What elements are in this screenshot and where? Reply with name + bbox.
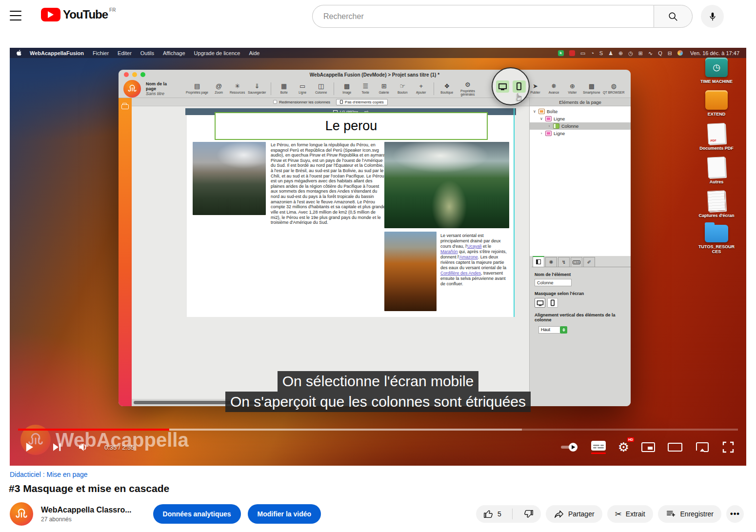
menu-affichage[interactable]: Affichage [163,50,185,56]
toolbar-shop-button[interactable]: ❖Boutique [439,83,455,94]
dropdown-stepper-icon[interactable] [560,326,567,334]
desktop-icon-captures[interactable]: Captures d'écran [696,191,737,218]
category-link[interactable]: Didacticiel : Mise en page [10,471,88,478]
clip-button[interactable]: ✂ Extrait [607,505,653,523]
dislike-button[interactable] [517,505,541,523]
link-ucayali[interactable]: Ucayali [467,244,482,249]
toolbar-text-button[interactable]: ☰Texte [358,83,373,94]
apple-icon[interactable] [17,50,22,56]
save-button[interactable]: Enregistrer [658,505,721,523]
desktop-icon-autres[interactable]: Autres [696,157,737,184]
toolbar-column-button[interactable]: ◫Colonne [313,83,329,94]
toolbar-advanced-button[interactable]: ✵Avance [546,83,562,94]
status-icon-2[interactable]: ◔ [591,50,594,56]
spotlight-icon[interactable]: Q [658,50,662,56]
youtube-logo[interactable]: YouTube FR [41,8,114,21]
progress-bar[interactable] [18,429,738,431]
desktop-icon-extend[interactable]: EXTEND [696,90,737,117]
play-button[interactable] [21,439,37,455]
desktop-icon-documents-pdf[interactable]: PDFDocuments PDF [696,123,737,151]
toolbar-resources-button[interactable]: ✳Resources [230,83,245,94]
vertical-align-dropdown[interactable]: Haut [538,326,567,334]
tab-measure[interactable]: ✐ [583,257,595,267]
time-machine-status-icon[interactable]: ◷ [628,50,633,56]
settings-button[interactable]: ⚙HD [618,441,629,453]
recording-status-icon[interactable] [569,50,575,56]
analytics-button[interactable]: Données analytiques [153,504,241,524]
cast-button[interactable] [695,441,710,453]
numbers-app-icon[interactable]: k [558,50,564,56]
element-name-input[interactable]: Colonne [535,279,572,286]
peru-paragraph[interactable]: Le Pérou, en forme longue la république … [271,142,386,225]
resize-columns-toggle[interactable]: Redimensionner les colonnes [273,100,330,104]
menu-aide[interactable]: Aide [249,50,259,56]
next-button[interactable] [50,440,63,454]
window-titlebar[interactable]: WebAcappella Fusion (DevMode) > Projet s… [119,70,631,79]
tab-css[interactable]: CSS [571,257,582,267]
disclosure-icon[interactable]: › [547,124,551,128]
tree-item-colonne[interactable]: ›Colonne [530,122,631,130]
menu-editer[interactable]: Editer [118,50,132,56]
tree-item-ligne-1[interactable]: ∨Ligne [530,115,631,122]
mobile-screen-button[interactable] [513,80,526,93]
desktop-icon-time-machine[interactable]: ◷TIME MACHINE [696,58,737,84]
alley-street-image[interactable] [384,232,437,311]
toolbar-visit-button[interactable]: ⊕Visiter [565,83,580,94]
folder-icon[interactable] [121,104,129,109]
toolbar-save-button[interactable]: ⇓Sauvegarder [248,83,266,94]
display-status-icon[interactable]: ▭ [580,50,585,56]
toolbar-page-properties-button[interactable]: ▤Propriétés page [186,83,208,94]
voice-search-button[interactable] [701,5,724,28]
menu-outils[interactable]: Outils [140,50,154,56]
search-input[interactable] [323,12,636,21]
link-cordillere[interactable]: Cordillère des Andes [440,271,481,276]
tree-item-ligne-2[interactable]: ›Ligne [530,130,631,137]
autoplay-toggle[interactable] [559,443,579,452]
menubar-clock[interactable]: Ven. 16 déc. à 17:47 [690,50,739,56]
toolbar-publish-button[interactable]: ➤Publier [528,83,543,94]
subtitles-button[interactable] [591,440,606,454]
like-button[interactable]: 5 [476,505,508,523]
link-amazone[interactable]: Amazone [459,255,478,259]
menu-upgrade[interactable]: Upgrade de licence [194,50,240,56]
menu-hamburger-button[interactable] [10,11,21,20]
page-title-box[interactable]: Le perou [215,112,488,140]
machu-picchu-image[interactable] [193,142,266,215]
valley-river-image[interactable] [384,142,509,228]
link-maranon[interactable]: Marañón [440,249,458,254]
video-player[interactable]: WebAcappellaFusion Fichier Editer Outils… [10,48,746,466]
checkbox-icon[interactable] [273,100,277,104]
toolbar-add-button[interactable]: +Ajouter [413,83,429,94]
clipboard-status-button[interactable]: Pas d'éléments copiés [336,99,388,105]
toolbar-zoom-button[interactable]: @Zoom [211,83,227,94]
edit-video-button[interactable]: Modifier la vidéo [248,504,321,524]
channel-avatar[interactable] [10,502,33,526]
menubar-app-name[interactable]: WebAcappellaFusion [30,50,84,56]
wifi-status-icon[interactable]: ∿ [648,50,653,56]
tab-actions[interactable]: ↯ [558,257,570,267]
toolbar-box-button[interactable]: ▦Boîte [276,83,292,94]
toolbar-image-button[interactable]: ▩Image [339,83,355,94]
menu-fichier[interactable]: Fichier [93,50,109,56]
toolbar-qt-browser-button[interactable]: ◍QT BROWSER [603,83,624,94]
hide-on-mobile-button[interactable] [547,298,558,308]
more-actions-button[interactable]: ••• [726,505,744,523]
design-canvas[interactable]: LG (992px → ∞) Le perou Le Pérou, en for… [132,106,529,399]
toolbar-gallery-button[interactable]: ⊞Galerie [376,83,392,94]
desktop-icon-tutos-resources[interactable]: TUTOS_RESOURCES [696,225,737,255]
disclosure-icon[interactable]: › [539,131,543,136]
hide-on-desktop-button[interactable] [535,298,545,308]
disclosure-icon[interactable]: ∨ [533,109,537,114]
theater-mode-button[interactable] [667,442,683,453]
channel-name[interactable]: WebAcappella Classro... [41,506,132,514]
toolbar-smartphone-button[interactable]: ▩Smartphone [583,83,600,94]
desktop-screen-button[interactable] [496,80,509,93]
user-status-icon[interactable]: ♟ [608,50,613,56]
disclosure-icon[interactable]: ∨ [539,117,543,121]
share-button[interactable]: Partager [546,505,602,523]
toolbar-button-button[interactable]: ☞Bouton [395,83,410,94]
toolbar-row-button[interactable]: ▭Ligne [295,83,310,94]
tab-column-properties[interactable] [533,256,544,267]
tree-item-boite[interactable]: ∨Boîte [530,108,631,115]
volume-button[interactable] [76,440,90,454]
